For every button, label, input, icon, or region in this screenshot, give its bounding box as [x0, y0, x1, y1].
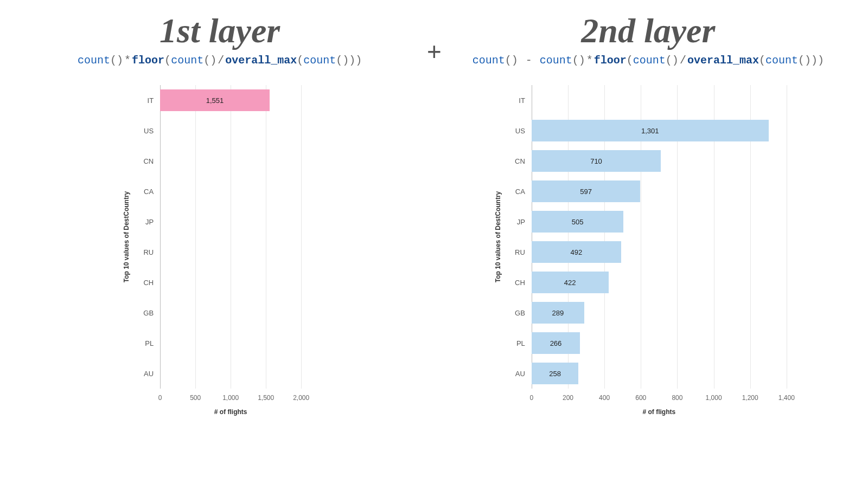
x-tick-label: 2,000 — [293, 394, 309, 402]
bar-row: RU — [160, 237, 301, 267]
x-tick-label: 0 — [530, 394, 534, 402]
bar-row: US1,301 — [532, 115, 787, 146]
bar-value-label: 1,551 — [206, 96, 224, 105]
bar-value-label: 289 — [552, 309, 564, 317]
category-label: IT — [148, 96, 159, 105]
bar-value-label: 258 — [549, 370, 561, 378]
x-tick-label: 1,500 — [258, 394, 274, 402]
x-tick-label: 1,000 — [222, 394, 239, 402]
bar-row: CA597 — [532, 176, 787, 206]
category-label: US — [144, 127, 159, 135]
category-label: AU — [515, 370, 531, 378]
chart-left: IT1,551USCNCAJPRUCHGBPLAU05001,0001,5002… — [122, 85, 317, 427]
bar-row: CH422 — [532, 267, 787, 298]
category-label: RU — [143, 248, 159, 256]
category-label: PL — [145, 339, 159, 347]
category-label: CH — [143, 279, 159, 287]
category-label: CN — [143, 157, 159, 165]
bar-value-label: 422 — [564, 279, 576, 287]
bar-row: PL — [160, 328, 301, 358]
bar-value-label: 597 — [580, 188, 592, 196]
bar-value-label: 1,301 — [641, 127, 659, 135]
x-axis-title: # of flights — [643, 408, 676, 416]
bar-row: IT — [532, 85, 787, 115]
bar-value-label: 710 — [590, 157, 602, 165]
category-label: RU — [515, 248, 531, 256]
x-tick-label: 0 — [158, 394, 162, 402]
x-tick-label: 1,400 — [778, 394, 795, 402]
category-label: CH — [515, 279, 531, 287]
x-tick-label: 200 — [563, 394, 573, 402]
bar-row: CH — [160, 267, 301, 298]
bar-row: GB289 — [532, 298, 787, 328]
bar-value-label: 492 — [571, 248, 583, 256]
right-column: 2nd layer count() - count()*floor(count(… — [445, 11, 852, 468]
category-label: CA — [144, 188, 159, 196]
category-label: AU — [144, 370, 159, 378]
grid-line — [301, 85, 302, 389]
plot-area: IT1,551USCNCAJPRUCHGBPLAU — [160, 85, 301, 389]
bar-row: RU492 — [532, 237, 787, 267]
x-tick-label: 1,200 — [742, 394, 758, 402]
x-tick-label: 800 — [672, 394, 682, 402]
formula-left: count()*floor(count()/overall_max(count(… — [78, 54, 362, 67]
x-axis-title: # of flights — [214, 408, 247, 416]
heading-right: 2nd layer — [581, 11, 715, 51]
bar-value-label: 505 — [572, 218, 584, 226]
chart-right: ITUS1,301CN710CA597JP505RU492CH422GB289P… — [494, 85, 803, 427]
plus-separator: + — [423, 37, 444, 67]
bar-row: PL266 — [532, 328, 787, 358]
category-label: GB — [515, 309, 531, 317]
x-tick-label: 500 — [190, 394, 201, 402]
plot-area: ITUS1,301CN710CA597JP505RU492CH422GB289P… — [532, 85, 787, 389]
left-column: 1st layer count()*floor(count()/overall_… — [16, 11, 423, 468]
y-axis-title: Top 10 values of DestCountry — [123, 191, 130, 282]
bar-row: IT1,551 — [160, 85, 301, 115]
x-tick-label: 400 — [599, 394, 610, 402]
heading-left: 1st layer — [159, 11, 280, 51]
bar-row: JP — [160, 206, 301, 237]
bar-row: JP505 — [532, 206, 787, 237]
bar-row: US — [160, 115, 301, 146]
formula-right: count() - count()*floor(count()/overall_… — [473, 54, 824, 67]
x-tick-label: 600 — [635, 394, 646, 402]
category-label: CN — [515, 157, 531, 165]
category-label: IT — [519, 96, 531, 105]
category-label: JP — [517, 218, 531, 226]
bar-row: AU258 — [532, 358, 787, 389]
bar-row: CN710 — [532, 146, 787, 176]
category-label: US — [515, 127, 531, 135]
bar-row: CA — [160, 176, 301, 206]
y-axis-title: Top 10 values of DestCountry — [494, 191, 502, 282]
x-tick-label: 1,000 — [706, 394, 722, 402]
bar-value-label: 266 — [550, 339, 562, 347]
bar-row: CN — [160, 146, 301, 176]
grid-line — [787, 85, 787, 389]
bar-row: GB — [160, 298, 301, 328]
category-label: JP — [145, 218, 159, 226]
category-label: CA — [515, 188, 531, 196]
layout: 1st layer count()*floor(count()/overall_… — [0, 0, 868, 484]
bar-row: AU — [160, 358, 301, 389]
category-label: GB — [143, 309, 159, 317]
category-label: PL — [516, 339, 531, 347]
